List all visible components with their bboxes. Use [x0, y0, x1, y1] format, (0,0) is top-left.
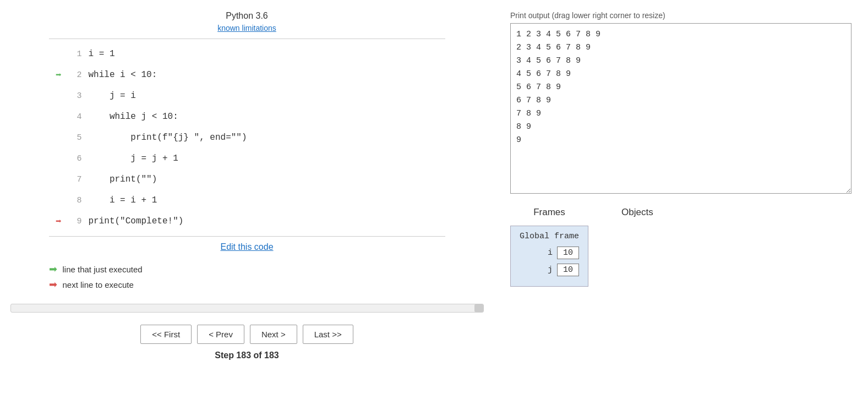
- edit-this-code-link[interactable]: Edit this code: [220, 242, 273, 251]
- edit-link-section: Edit this code: [220, 242, 273, 252]
- legend-section: ➡ line that just executed ➡ next line to…: [49, 263, 445, 294]
- arrow-1: ➡: [49, 48, 69, 60]
- frames-title: Frames: [533, 207, 565, 218]
- next-button[interactable]: Next >: [250, 325, 297, 344]
- prev-button[interactable]: < Prev: [197, 325, 244, 344]
- step-info: Step 183 of 183: [215, 351, 279, 360]
- scrollbar-track[interactable]: [10, 304, 484, 313]
- line-code-7: print(""): [89, 174, 157, 184]
- known-limitations-link[interactable]: known limitations: [217, 24, 276, 32]
- line-number-7: 7: [69, 175, 89, 184]
- code-line-7: ➡ 7 print(""): [49, 169, 445, 190]
- line-code-4: while j < 10:: [89, 112, 178, 122]
- code-line-6: ➡ 6 j = j + 1: [49, 148, 445, 169]
- left-panel: Python 3.6 known limitations ➡ 1 i = 1 ➡…: [0, 0, 494, 405]
- var-value-i: 10: [557, 247, 579, 259]
- frames-section: Frames Global frame i 10 j 10: [510, 207, 588, 287]
- line-number-9: 9: [69, 217, 89, 226]
- line-number-5: 5: [69, 133, 89, 143]
- arrow-8: ➡: [49, 194, 69, 206]
- line-code-8: i = i + 1: [89, 195, 157, 205]
- arrow-3: ➡: [49, 90, 69, 102]
- line-number-2: 2: [69, 70, 89, 80]
- print-output-box[interactable]: 1 2 3 4 5 6 7 8 9 2 3 4 5 6 7 8 9 3 4 5 …: [510, 23, 851, 194]
- first-button[interactable]: << First: [140, 325, 192, 344]
- red-legend-label: next line to execute: [63, 280, 134, 289]
- line-code-5: print(f"{j} ", end=""): [89, 133, 247, 143]
- line-number-6: 6: [69, 154, 89, 163]
- arrow-2: ➡: [49, 69, 69, 81]
- frames-objects-section: Frames Global frame i 10 j 10 Objects: [510, 207, 851, 287]
- global-frame-title: Global frame: [520, 232, 579, 241]
- code-container: ➡ 1 i = 1 ➡ 2 while i < 10: ➡ 3 j = i ➡ …: [49, 39, 445, 237]
- global-frame: Global frame i 10 j 10: [510, 226, 588, 287]
- print-output-content: 1 2 3 4 5 6 7 8 9 2 3 4 5 6 7 8 9 3 4 5 …: [516, 28, 845, 147]
- arrow-6: ➡: [49, 152, 69, 165]
- var-name-j: j: [548, 265, 553, 275]
- line-number-3: 3: [69, 91, 89, 101]
- legend-green: ➡ line that just executed: [49, 263, 445, 275]
- green-legend-label: line that just executed: [63, 265, 143, 274]
- code-line-3: ➡ 3 j = i: [49, 85, 445, 106]
- line-number-1: 1: [69, 50, 89, 59]
- arrow-5: ➡: [49, 132, 69, 144]
- code-line-4: ➡ 4 while j < 10:: [49, 106, 445, 127]
- objects-section: Objects: [621, 207, 653, 287]
- var-value-j: 10: [557, 264, 579, 276]
- line-code-1: i = 1: [89, 49, 115, 59]
- known-limitations-section: known limitations: [217, 23, 276, 33]
- arrow-7: ➡: [49, 173, 69, 185]
- green-arrow-icon: ➡: [49, 263, 57, 275]
- main-container: Python 3.6 known limitations ➡ 1 i = 1 ➡…: [0, 0, 868, 405]
- line-number-4: 4: [69, 112, 89, 122]
- code-line-9: ➡ 9 print("Complete!"): [49, 211, 445, 232]
- arrow-9: ➡: [49, 215, 69, 227]
- scrollbar-area: [10, 304, 484, 313]
- line-number-8: 8: [69, 196, 89, 205]
- print-output-label: Print output (drag lower right corner to…: [510, 11, 851, 20]
- line-code-2: while i < 10:: [89, 70, 157, 80]
- right-panel: Print output (drag lower right corner to…: [494, 0, 868, 405]
- frame-var-i: i 10: [520, 247, 579, 259]
- last-button[interactable]: Last >>: [303, 325, 353, 344]
- code-line-2: ➡ 2 while i < 10:: [49, 64, 445, 85]
- frame-var-j: j 10: [520, 264, 579, 276]
- code-line-1: ➡ 1 i = 1: [49, 43, 445, 64]
- legend-red: ➡ next line to execute: [49, 278, 445, 291]
- scrollbar-thumb[interactable]: [474, 304, 483, 312]
- line-code-9: print("Complete!"): [89, 216, 184, 226]
- line-code-3: j = i: [89, 91, 136, 101]
- python-version-title: Python 3.6: [226, 11, 268, 21]
- objects-title: Objects: [621, 207, 653, 218]
- code-line-8: ➡ 8 i = i + 1: [49, 190, 445, 211]
- code-line-5: ➡ 5 print(f"{j} ", end=""): [49, 127, 445, 148]
- arrow-4: ➡: [49, 111, 69, 123]
- line-code-6: j = j + 1: [89, 154, 178, 163]
- nav-buttons: << First < Prev Next > Last >>: [140, 325, 353, 344]
- red-arrow-icon: ➡: [49, 278, 57, 291]
- var-name-i: i: [548, 248, 553, 258]
